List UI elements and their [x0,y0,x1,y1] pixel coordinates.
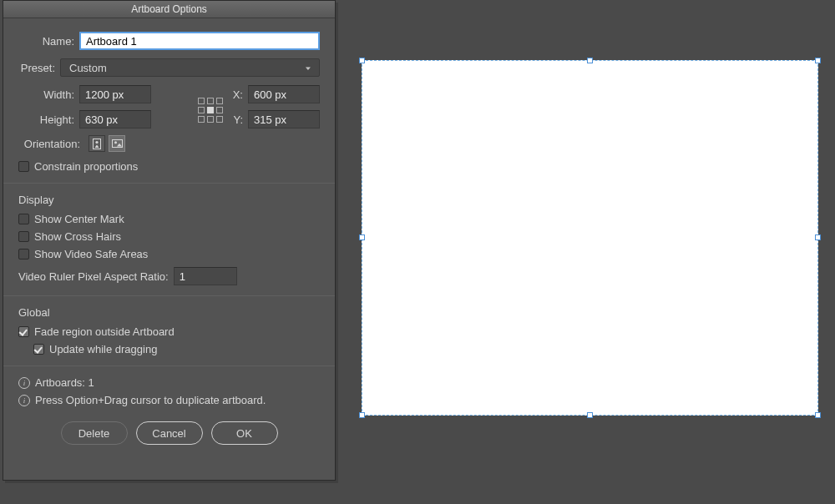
orientation-portrait-button[interactable] [89,135,105,152]
resize-handle-middle-left[interactable] [359,234,365,240]
resize-handle-top-left[interactable] [359,58,365,63]
ok-button-label: OK [236,427,252,440]
portrait-icon [93,139,101,149]
fade-region-label: Fade region outside Artboard [34,325,175,338]
resize-handle-bottom-middle[interactable] [587,412,593,418]
svg-point-3 [114,141,117,144]
y-input[interactable] [248,110,320,129]
show-center-mark-checkbox[interactable] [18,214,29,224]
artboard-options-dialog: Artboard Options Name: Preset: Custom ▼ … [3,0,336,481]
ref-point-bm[interactable] [207,116,214,123]
preset-label: Preset: [18,62,60,74]
ref-point-mr[interactable] [216,107,223,113]
ref-point-tm[interactable] [207,98,214,104]
orientation-label: Orientation: [18,138,85,150]
ref-point-tr[interactable] [216,98,223,104]
x-label: X: [230,88,248,101]
artboards-count: Artboards: 1 [35,376,94,389]
ref-point-bl[interactable] [198,116,205,123]
resize-handle-middle-right[interactable] [815,234,821,240]
landscape-icon [112,139,123,148]
resize-handle-bottom-left[interactable] [359,412,365,418]
ruler-aspect-input[interactable] [174,267,237,285]
cancel-button[interactable]: Cancel [136,421,203,445]
constrain-proportions-checkbox[interactable] [18,161,29,172]
ruler-aspect-label: Video Ruler Pixel Aspect Ratio: [18,270,174,283]
ref-point-br[interactable] [216,116,223,123]
display-section-label: Display [18,194,320,206]
ok-button[interactable]: OK [211,421,278,445]
resize-handle-bottom-right[interactable] [815,412,821,418]
show-center-mark-label: Show Center Mark [34,213,124,225]
update-while-dragging-checkbox[interactable] [33,344,44,355]
preset-select[interactable]: Custom ▼ [60,58,320,77]
x-input[interactable] [248,85,320,103]
reference-point-grid[interactable] [198,98,223,123]
delete-button-label: Delete [78,427,110,440]
fade-region-checkbox[interactable] [18,326,29,337]
y-label: Y: [230,113,248,126]
show-video-safe-checkbox[interactable] [18,249,29,260]
resize-handle-top-right[interactable] [815,58,821,63]
artboard-selection[interactable] [362,60,818,416]
chevron-down-icon: ▼ [304,65,312,71]
name-input[interactable] [79,32,320,50]
orientation-landscape-button[interactable] [109,135,125,152]
dialog-title: Artboard Options [3,1,335,18]
show-cross-hairs-checkbox[interactable] [18,231,29,242]
show-video-safe-label: Show Video Safe Areas [34,248,148,260]
info-icon: i [18,377,30,389]
global-section-label: Global [18,306,320,319]
delete-button: Delete [61,421,128,445]
height-label: Height: [18,113,79,126]
width-label: Width: [18,88,79,101]
resize-handle-top-middle[interactable] [587,58,593,63]
ref-point-center[interactable] [207,107,214,113]
update-while-dragging-label: Update while dragging [49,343,157,355]
constrain-proportions-label: Constrain proportions [34,160,138,173]
name-label: Name: [18,35,79,48]
ref-point-tl[interactable] [198,98,205,104]
duplicate-tip: Press Option+Drag cursor to duplicate ar… [35,394,266,406]
info-icon: i [18,395,30,406]
cancel-button-label: Cancel [152,427,185,440]
svg-point-1 [95,140,98,143]
show-cross-hairs-label: Show Cross Hairs [34,230,121,243]
height-input[interactable] [79,110,151,129]
ref-point-ml[interactable] [198,107,205,113]
width-input[interactable] [79,85,151,103]
preset-value: Custom [69,62,107,74]
